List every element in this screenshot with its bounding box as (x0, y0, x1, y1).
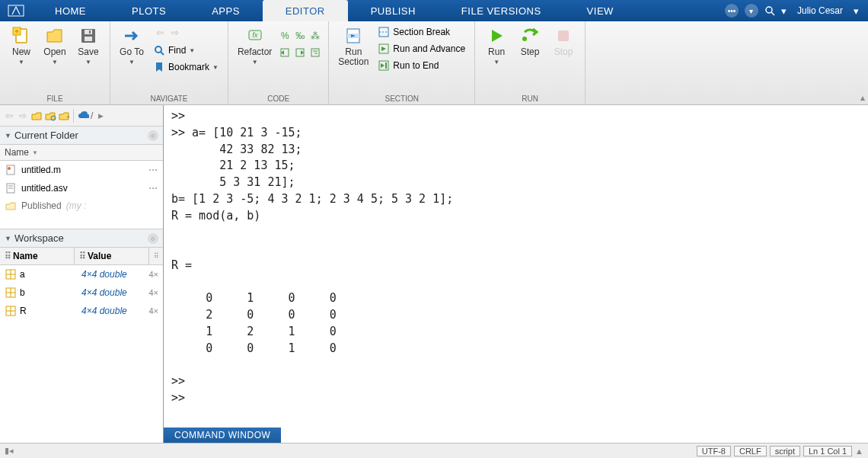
svg-point-32 (8, 167, 11, 170)
status-eol[interactable]: CRLF (734, 446, 767, 456)
file-more-icon[interactable]: ⋯ (148, 183, 158, 194)
main-area: ⇦ ⇨ + / ▶ ▼ Current Folder ○ Name ▼ unti… (0, 105, 868, 443)
workspace-header[interactable]: ▼ Workspace ○ (0, 229, 163, 248)
close-icon[interactable]: ○ (148, 233, 158, 244)
chevron-down-icon: ▼ (5, 235, 11, 242)
find-icon (153, 44, 165, 56)
more-button[interactable]: ••• (725, 4, 739, 18)
nav-back-icon[interactable]: ⇦ (153, 26, 167, 40)
chevron-down-icon: ▼ (32, 149, 38, 156)
refactor-label: Refactor (238, 47, 272, 57)
ws-var-row[interactable]: a 4×4 double4× (0, 265, 163, 283)
matrix-icon (5, 268, 17, 280)
tab-editor[interactable]: EDITOR (263, 0, 348, 21)
ribbon-group-section: Run Section Section Break Run and Advanc… (329, 21, 475, 104)
bookmark-button[interactable]: Bookmark ▼ (150, 59, 222, 75)
smart-indent-icon[interactable] (308, 46, 322, 59)
user-menu-dropdown[interactable]: ▾ (854, 5, 859, 17)
open-button[interactable]: Open ▼ (40, 24, 70, 67)
var-name: b (20, 287, 25, 298)
tab-plots[interactable]: PLOTS (109, 0, 189, 21)
stop-button[interactable]: Stop (548, 24, 579, 59)
section-break-button[interactable]: Section Break (375, 24, 468, 40)
open-label: Open (43, 47, 65, 57)
nav-back-icon[interactable]: ⇦ (3, 110, 15, 122)
var-ext: 4× (148, 288, 158, 297)
status-mode[interactable]: script (770, 446, 800, 456)
chevron-right-icon[interactable]: ▶ (94, 110, 107, 122)
file-name: untitled.m (21, 165, 61, 175)
folder-new-icon[interactable]: + (58, 110, 70, 122)
ws-col-name[interactable]: ⠿Name (0, 248, 75, 264)
tab-view[interactable]: VIEW (564, 0, 637, 21)
ribbon-group-run: Run ▼ Step Stop RUN (475, 21, 586, 104)
section-break-label: Section Break (393, 27, 450, 37)
svg-point-11 (155, 46, 161, 53)
chevron-down-icon: ▼ (52, 59, 58, 66)
folder-browse-icon[interactable] (44, 110, 56, 122)
var-value: 4×4 double (81, 269, 127, 280)
scroll-left-icon[interactable]: ▮◂ (5, 446, 14, 456)
ws-var-row[interactable]: R 4×4 double4× (0, 302, 163, 320)
tab-file-versions[interactable]: FILE VERSIONS (439, 0, 564, 21)
indent-icon[interactable] (278, 46, 292, 59)
step-button[interactable]: Step (515, 24, 545, 59)
ws-var-row[interactable]: b 4×4 double4× (0, 283, 163, 302)
refactor-button[interactable]: fx Refactor ▼ (235, 24, 275, 67)
find-button[interactable]: Find ▼ (150, 43, 222, 58)
folder-item[interactable]: Published (my : (0, 197, 163, 214)
outdent-icon[interactable] (293, 46, 307, 59)
nav-forward-icon[interactable]: ⇨ (168, 26, 182, 40)
percent-wrap-icon[interactable]: ⁂ (308, 29, 322, 43)
status-encoding[interactable]: UTF-8 (697, 446, 731, 456)
file-more-icon[interactable]: ⋯ (148, 165, 158, 175)
goto-button[interactable]: Go To ▼ (116, 24, 147, 67)
run-to-end-button[interactable]: Run to End (375, 58, 468, 73)
save-icon (78, 26, 98, 46)
folder-list: untitled.m ⋯ untitled.asv ⋯ Published (m… (0, 161, 163, 229)
step-label: Step (521, 47, 540, 57)
status-bar: ▮◂ UTF-8 CRLF script Ln 1 Col 1 ▲ (0, 443, 868, 458)
scroll-up-icon[interactable]: ▲ (855, 447, 863, 456)
ribbon-collapse-icon[interactable]: ▴ (860, 92, 865, 103)
file-item[interactable]: untitled.m ⋯ (0, 161, 163, 179)
run-section-label: Run Section (338, 47, 369, 67)
new-button[interactable]: New ▼ (6, 24, 37, 67)
percent-strike-icon[interactable]: ‰ (293, 29, 307, 43)
nav-forward-icon[interactable]: ⇨ (17, 110, 29, 122)
stop-icon (554, 26, 573, 46)
status-position[interactable]: Ln 1 Col 1 (803, 446, 852, 456)
run-to-end-label: Run to End (393, 60, 439, 71)
var-name: a (20, 269, 25, 280)
chevron-down-icon: ▼ (18, 59, 24, 66)
tab-apps[interactable]: APPS (189, 0, 263, 21)
search-dropdown[interactable]: ▾ (781, 5, 787, 17)
run-button[interactable]: Run ▼ (481, 24, 512, 67)
ribbon-group-code: fx Refactor ▼ % ‰ ⁂ CODE (228, 21, 329, 104)
save-button[interactable]: Save ▼ (73, 24, 104, 67)
command-window-tab[interactable]: COMMAND WINDOW (164, 428, 281, 443)
command-window-content[interactable]: >> >> a= [10 21 3 -15; 42 33 82 13; 21 2… (164, 105, 868, 428)
quick-access-dropdown[interactable]: ▾ (745, 4, 758, 18)
run-section-button[interactable]: Run Section (335, 24, 372, 69)
cloud-icon[interactable] (77, 110, 89, 122)
percent-icon[interactable]: % (278, 29, 292, 43)
goto-label: Go To (120, 47, 144, 57)
close-icon[interactable]: ○ (148, 130, 158, 141)
folder-up-icon[interactable] (30, 110, 43, 122)
file-name: untitled.asv (21, 183, 68, 194)
chevron-down-icon: ▼ (493, 59, 499, 66)
tab-home[interactable]: HOME (32, 0, 109, 21)
ws-col-value[interactable]: ⠿Value (75, 248, 149, 264)
var-value: 4×4 double (81, 287, 127, 298)
svg-rect-17 (311, 49, 319, 56)
svg-rect-28 (558, 30, 569, 41)
user-name[interactable]: Julio Cesar (793, 5, 847, 16)
search-icon[interactable] (764, 5, 775, 16)
run-advance-button[interactable]: Run and Advance (375, 41, 468, 56)
svg-rect-10 (89, 30, 91, 34)
file-item[interactable]: untitled.asv ⋯ (0, 179, 163, 197)
folder-name-header[interactable]: Name ▼ (0, 145, 163, 161)
current-folder-header[interactable]: ▼ Current Folder ○ (0, 127, 163, 145)
tab-publish[interactable]: PUBLISH (348, 0, 439, 21)
